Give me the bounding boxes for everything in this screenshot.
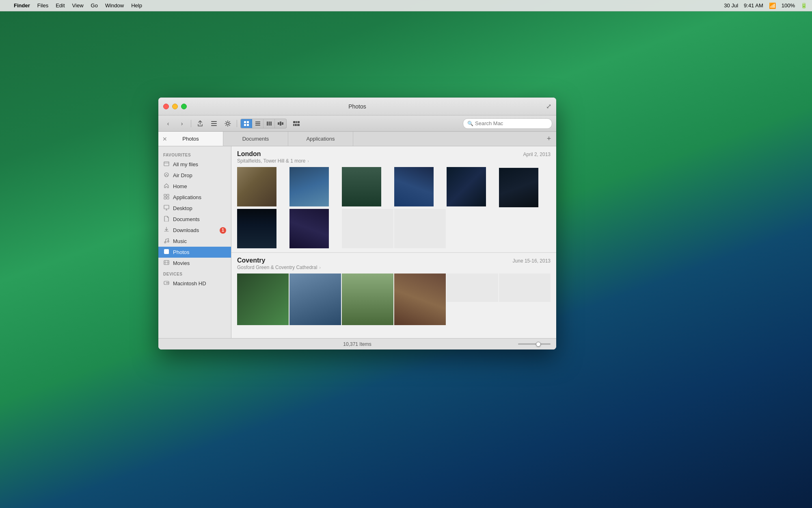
svg-rect-7 (247, 124, 249, 126)
view-list-button[interactable] (252, 119, 263, 128)
tab-applications-label: Applications (306, 136, 335, 142)
view-column-button[interactable] (263, 119, 275, 128)
photo-cell[interactable] (394, 274, 446, 325)
menubar-app-name[interactable]: Finder (14, 2, 30, 9)
share-icon (197, 120, 203, 127)
tab-photos[interactable]: ✕ Photos (158, 132, 223, 146)
tab-documents[interactable]: Documents (223, 132, 288, 146)
search-input[interactable] (475, 120, 548, 126)
sidebar-item-macintosh-hd-label: Macintosh HD (173, 280, 206, 287)
svg-rect-13 (270, 122, 272, 126)
sidebar-item-all-my-files[interactable]: All my files (158, 159, 231, 170)
sidebar-item-applications[interactable]: Applications (158, 192, 231, 203)
coventry-title: Coventry (237, 257, 321, 264)
sidebar-item-home-label: Home (173, 183, 187, 189)
menubar: Finder Files Edit View Go Window Help 30… (0, 0, 812, 11)
svg-rect-20 (293, 124, 294, 126)
london-group-header: London Spitalfields, Tower Hill & 1 more… (237, 150, 551, 164)
tab-applications[interactable]: Applications (288, 132, 353, 146)
flow-view-button[interactable] (291, 119, 302, 128)
photos-icon (163, 249, 170, 256)
titlebar: Photos ⤢ (158, 98, 556, 115)
add-tab-button[interactable]: + (542, 132, 556, 146)
sidebar-item-desktop[interactable]: Desktop (158, 203, 231, 214)
menubar-go[interactable]: Go (91, 2, 98, 9)
photo-cell[interactable] (394, 167, 434, 206)
sidebar-item-home[interactable]: Home (158, 181, 231, 192)
svg-rect-17 (293, 121, 296, 123)
toolbar: ‹ › (158, 115, 556, 132)
sidebar-item-airdrop[interactable]: Air Drop (158, 170, 231, 181)
sidebar-item-downloads[interactable]: Downloads 1 (158, 225, 231, 236)
photo-cell[interactable] (447, 167, 486, 206)
wifi-icon: 📶 (769, 2, 776, 9)
photo-cell[interactable] (289, 209, 329, 248)
downloads-badge: 1 (220, 227, 226, 234)
svg-rect-21 (295, 124, 297, 126)
menubar-edit[interactable]: Edit (56, 2, 65, 9)
arrange-button[interactable] (208, 119, 220, 128)
svg-rect-18 (296, 121, 297, 123)
hd-icon (163, 280, 170, 287)
slider-thumb[interactable] (536, 342, 541, 347)
sidebar-item-macintosh-hd[interactable]: Macintosh HD (158, 278, 231, 289)
downloads-icon (163, 227, 170, 234)
status-bar: 10,371 Items (158, 338, 556, 350)
svg-rect-16 (282, 122, 283, 125)
photo-cell[interactable] (342, 167, 381, 206)
sidebar-item-applications-label: Applications (173, 194, 201, 200)
share-button[interactable] (194, 119, 206, 128)
svg-rect-28 (167, 197, 169, 199)
photo-group-london: London Spitalfields, Tower Hill & 1 more… (231, 146, 556, 251)
menubar-window[interactable]: Window (105, 2, 124, 9)
photo-group-coventry: Coventry Gosford Green & Coventry Cathed… (231, 252, 556, 304)
svg-rect-29 (164, 205, 169, 209)
photo-cell[interactable] (342, 274, 393, 325)
coventry-chevron: › (319, 265, 320, 270)
movies-icon (163, 260, 170, 267)
action-button[interactable] (222, 119, 233, 128)
coventry-subtitle: Gosford Green & Coventry Cathedral › (237, 265, 321, 270)
menubar-help[interactable]: Help (131, 2, 142, 9)
gear-icon (225, 120, 231, 127)
london-chevron: › (308, 159, 309, 163)
london-date: April 2, 2013 (523, 152, 551, 157)
tab-photos-close[interactable]: ✕ (162, 136, 167, 142)
photo-cell[interactable] (237, 209, 276, 248)
sidebar-item-movies-label: Movies (173, 260, 190, 266)
back-button[interactable]: ‹ (162, 119, 174, 128)
photo-cell[interactable] (237, 274, 289, 325)
window-title: Photos (348, 103, 366, 110)
view-cover-button[interactable] (275, 119, 286, 128)
file-area: London Spitalfields, Tower Hill & 1 more… (231, 146, 556, 338)
menubar-files[interactable]: Files (37, 2, 48, 9)
menubar-view[interactable]: View (72, 2, 84, 9)
photo-cell[interactable] (499, 168, 538, 207)
search-icon: 🔍 (467, 121, 473, 126)
expand-icon[interactable]: ⤢ (546, 102, 551, 110)
photo-cell[interactable] (289, 167, 329, 206)
forward-button[interactable]: › (176, 119, 188, 128)
close-button[interactable] (163, 104, 169, 109)
apps-icon (163, 194, 170, 201)
desktop-icon (163, 205, 170, 212)
sidebar-item-documents[interactable]: Documents (158, 214, 231, 225)
photo-cell-empty (342, 209, 393, 248)
svg-rect-8 (255, 122, 260, 122)
sidebar-item-downloads-label: Downloads (173, 227, 199, 233)
sidebar-item-photos[interactable]: Photos (158, 247, 231, 258)
view-icon-button[interactable] (241, 119, 252, 128)
photo-cell[interactable] (289, 274, 341, 325)
menubar-date: 30 Jul (724, 2, 738, 9)
svg-rect-10 (255, 125, 260, 126)
photo-cell[interactable] (237, 167, 276, 206)
minimize-button[interactable] (172, 104, 178, 109)
zoom-slider[interactable] (518, 343, 551, 345)
maximize-button[interactable] (181, 104, 187, 109)
sidebar-item-music[interactable]: Music (158, 236, 231, 247)
svg-point-3 (227, 122, 229, 125)
search-bar[interactable]: 🔍 (463, 118, 552, 129)
sidebar-item-movies[interactable]: Movies (158, 258, 231, 269)
home-icon (163, 183, 170, 190)
london-subtitle: Spitalfields, Tower Hill & 1 more › (237, 158, 309, 164)
